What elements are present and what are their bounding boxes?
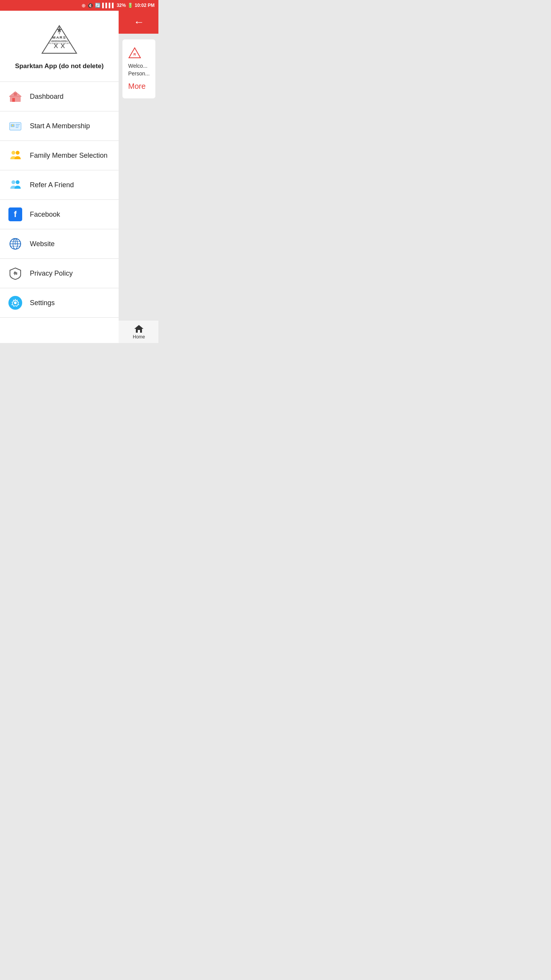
- battery-icon: 🔋: [127, 3, 133, 8]
- refer-icon: [8, 177, 23, 193]
- home-label: Home: [133, 334, 145, 340]
- family-label: Family Member Selection: [30, 152, 108, 160]
- website-icon: W W W: [8, 236, 23, 252]
- signal-icon: ▌▌▌▌: [102, 3, 115, 8]
- settings-label: Settings: [30, 299, 55, 307]
- right-top-bar: ←: [119, 11, 158, 34]
- sync-icon: 🔄: [95, 3, 101, 8]
- time-display: 10:02 PM: [135, 3, 155, 8]
- mute-icon: 🔇: [87, 3, 93, 8]
- main-layout: MARS MARTIAL ARTS RESEARCH SYSTEMS Spark…: [0, 11, 158, 343]
- menu-item-settings[interactable]: Settings: [0, 288, 119, 318]
- settings-icon: [8, 295, 23, 310]
- add-icon: ⊕: [82, 3, 86, 8]
- dashboard-icon: [8, 89, 23, 104]
- back-button[interactable]: ←: [134, 16, 144, 28]
- menu-item-website[interactable]: W W W Website: [0, 229, 119, 259]
- menu-item-facebook[interactable]: f Facebook: [0, 200, 119, 229]
- facebook-icon: f: [8, 207, 23, 222]
- right-content: R Welco...Person... More: [119, 34, 158, 320]
- family-icon: [8, 148, 23, 163]
- svg-point-22: [16, 151, 20, 155]
- more-button[interactable]: More: [128, 82, 150, 91]
- svg-text:R: R: [134, 52, 136, 56]
- svg-text:RESEARCH SYSTEMS: RESEARCH SYSTEMS: [49, 42, 70, 44]
- membership-icon: [8, 118, 23, 134]
- home-nav-item[interactable]: Home: [133, 324, 145, 340]
- svg-point-33: [14, 302, 17, 304]
- svg-text:MARTIAL ARTS: MARTIAL ARTS: [52, 40, 67, 42]
- navigation-drawer: MARS MARTIAL ARTS RESEARCH SYSTEMS Spark…: [0, 11, 119, 343]
- refer-label: Refer A Friend: [30, 181, 74, 189]
- privacy-icon: [8, 266, 23, 281]
- svg-point-24: [16, 180, 20, 184]
- svg-text:W: W: [15, 243, 16, 245]
- svg-marker-36: [134, 325, 143, 329]
- svg-point-21: [11, 151, 15, 155]
- svg-rect-12: [12, 98, 15, 102]
- mars-logo: MARS MARTIAL ARTS RESEARCH SYSTEMS: [38, 22, 80, 57]
- menu-item-privacy[interactable]: Privacy Policy: [0, 259, 119, 288]
- status-icons: ⊕ 🔇 🔄 ▌▌▌▌ 32% 🔋 10:02 PM: [82, 3, 155, 8]
- dashboard-label: Dashboard: [30, 93, 64, 101]
- welcome-text: Welco...Person...: [128, 62, 150, 77]
- svg-rect-14: [14, 93, 17, 96]
- welcome-card: R Welco...Person... More: [122, 39, 155, 98]
- svg-text:MARS: MARS: [52, 35, 66, 39]
- menu-item-dashboard[interactable]: Dashboard: [0, 82, 119, 111]
- status-bar: ⊕ 🔇 🔄 ▌▌▌▌ 32% 🔋 10:02 PM: [0, 0, 158, 11]
- home-nav-icon: [134, 324, 144, 333]
- svg-point-23: [11, 180, 15, 184]
- menu-item-refer[interactable]: Refer A Friend: [0, 170, 119, 200]
- logo-container: MARS MARTIAL ARTS RESEARCH SYSTEMS: [38, 22, 80, 57]
- app-title: Sparktan App (do not delete): [15, 62, 104, 70]
- svg-rect-38: [138, 330, 140, 333]
- battery-percent: 32%: [117, 3, 126, 8]
- right-panel: ← R Welco...Person... More: [119, 11, 158, 343]
- drawer-header: MARS MARTIAL ARTS RESEARCH SYSTEMS Spark…: [0, 11, 119, 82]
- menu-item-family[interactable]: Family Member Selection: [0, 141, 119, 170]
- svg-rect-11: [10, 96, 21, 102]
- membership-label: Start A Membership: [30, 122, 90, 130]
- privacy-label: Privacy Policy: [30, 270, 73, 278]
- bottom-navigation: Home: [119, 320, 158, 343]
- website-label: Website: [30, 240, 55, 248]
- facebook-label: Facebook: [30, 211, 60, 219]
- menu-item-membership[interactable]: Start A Membership: [0, 111, 119, 141]
